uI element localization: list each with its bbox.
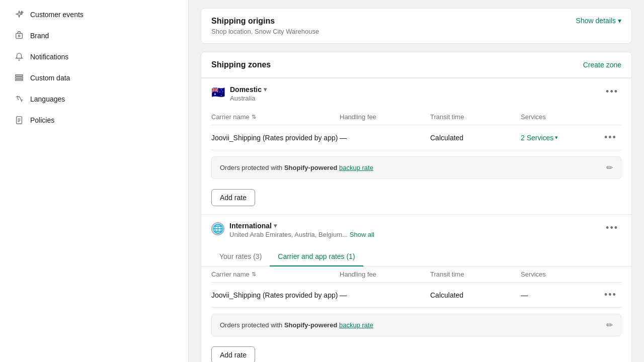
backup-edit-button[interactable]: ✏ xyxy=(606,163,613,172)
domestic-table-header: Carrier name ⇅ Handling fee Transit time… xyxy=(211,109,621,125)
services-header: Services xyxy=(521,270,601,278)
globe-icon: 🌐 xyxy=(211,222,224,235)
chevron-down-icon: ▾ xyxy=(618,17,621,25)
svg-point-1 xyxy=(18,35,20,37)
document-icon xyxy=(14,115,24,125)
domestic-zone-countries: Australia xyxy=(230,95,267,102)
transit-time-header: Transit time xyxy=(430,113,521,121)
services-cell: — xyxy=(521,291,601,299)
handling-fee-cell: — xyxy=(340,291,430,299)
sidebar-item-label: Languages xyxy=(30,95,65,103)
carrier-name-cell: Joovii_Shipping (Rates provided by app) xyxy=(211,134,340,142)
domestic-add-rate-button[interactable]: Add rate xyxy=(211,189,255,206)
svg-rect-2 xyxy=(16,75,23,76)
sidebar-item-label: Policies xyxy=(30,116,54,124)
show-all-link[interactable]: Show all xyxy=(350,231,374,238)
international-table-header: Carrier name ⇅ Handling fee Transit time… xyxy=(211,266,621,283)
sparkle-icon xyxy=(14,10,24,20)
svg-rect-3 xyxy=(16,77,23,78)
international-zone-info: International ▾ United Arab Emirates, Au… xyxy=(229,222,374,238)
backup-notice-text: Orders protected with Shopify-powered ba… xyxy=(220,164,373,171)
backup-edit-button[interactable]: ✏ xyxy=(606,320,613,330)
tab-your-rates[interactable]: Your rates (3) xyxy=(211,247,270,266)
international-zone-title-area: 🌐 International ▾ United Arab Emirates, … xyxy=(211,222,374,238)
international-zone-section: 🌐 International ▾ United Arab Emirates, … xyxy=(201,214,631,362)
carrier-name-cell: Joovii_Shipping (Rates provided by app) xyxy=(211,291,340,299)
australia-flag-icon: 🇦🇺 xyxy=(211,86,225,99)
international-zone-header: 🌐 International ▾ United Arab Emirates, … xyxy=(201,215,631,245)
carrier-name-header: Carrier name ⇅ xyxy=(211,113,340,121)
international-add-rate-button[interactable]: Add rate xyxy=(211,346,255,362)
origins-subtitle: Shop location, Snow City Warehouse xyxy=(211,28,319,35)
shipping-origins-card: Shipping origins Shop location, Snow Cit… xyxy=(201,8,632,44)
shopify-powered-text: Shopify-powered xyxy=(284,321,337,329)
row-menu-button[interactable]: ••• xyxy=(601,289,620,301)
shopify-powered-text: Shopify-powered xyxy=(284,164,337,171)
main-content: Shipping origins Shop location, Snow Cit… xyxy=(189,0,644,362)
languages-icon xyxy=(14,94,24,104)
services-cell: 2 Services ▾ xyxy=(521,134,601,142)
domestic-backup-notice: Orders protected with Shopify-powered ba… xyxy=(211,156,621,179)
sidebar-item-policies[interactable]: Policies xyxy=(4,110,184,130)
international-zone-name: International ▾ xyxy=(229,222,374,230)
sidebar-item-languages[interactable]: Languages xyxy=(4,89,184,109)
bell-icon xyxy=(14,52,24,62)
sort-icon[interactable]: ⇅ xyxy=(252,114,256,120)
show-details-button[interactable]: Show details ▾ xyxy=(576,17,621,25)
tab-carrier-app-rates[interactable]: Carrier and app rates (1) xyxy=(270,247,363,266)
table-row: Joovii_Shipping (Rates provided by app) … xyxy=(211,283,621,308)
origins-title-area: Shipping origins Shop location, Snow Cit… xyxy=(211,17,319,35)
transit-time-cell: Calculated xyxy=(430,134,521,142)
handling-fee-cell: — xyxy=(340,134,430,142)
shipping-zones-card: Shipping zones Create zone 🇦🇺 Domestic ▾… xyxy=(201,52,632,362)
handling-fee-header: Handling fee xyxy=(340,113,430,121)
domestic-zone-info: Domestic ▾ Australia xyxy=(230,85,267,102)
backup-notice-text: Orders protected with Shopify-powered ba… xyxy=(220,321,373,329)
domestic-zone-header: 🇦🇺 Domestic ▾ Australia ••• xyxy=(201,78,631,109)
sort-icon[interactable]: ⇅ xyxy=(252,271,256,278)
chevron-down-icon: ▾ xyxy=(274,222,277,229)
domestic-zone-menu-button[interactable]: ••• xyxy=(603,85,621,98)
chevron-down-icon: ▾ xyxy=(264,86,267,93)
svg-rect-0 xyxy=(16,34,23,39)
international-zone-menu-button[interactable]: ••• xyxy=(603,222,621,234)
zones-title: Shipping zones xyxy=(211,60,271,69)
services-link[interactable]: 2 Services ▾ xyxy=(521,134,601,142)
row-menu-button[interactable]: ••• xyxy=(601,131,620,144)
create-zone-button[interactable]: Create zone xyxy=(583,61,621,69)
transit-time-cell: Calculated xyxy=(430,291,521,299)
sidebar-item-label: Customer events xyxy=(30,11,84,19)
international-rates-table: Carrier name ⇅ Handling fee Transit time… xyxy=(201,266,631,308)
svg-rect-4 xyxy=(16,79,23,81)
transit-time-header: Transit time xyxy=(430,270,521,278)
sidebar-item-brand[interactable]: Brand xyxy=(4,26,184,46)
sidebar-item-label: Brand xyxy=(30,32,49,40)
create-zone-label: Create zone xyxy=(583,61,621,69)
carrier-name-header: Carrier name ⇅ xyxy=(211,270,340,278)
international-tabs-bar: Your rates (3) Carrier and app rates (1) xyxy=(201,247,631,266)
sidebar-item-label: Notifications xyxy=(30,53,68,61)
domestic-zone-section: 🇦🇺 Domestic ▾ Australia ••• Carrier name xyxy=(201,78,631,214)
domestic-zone-title-area: 🇦🇺 Domestic ▾ Australia xyxy=(211,85,267,102)
sidebar-item-notifications[interactable]: Notifications xyxy=(4,47,184,67)
origins-header: Shipping origins Shop location, Snow Cit… xyxy=(201,9,631,43)
database-icon xyxy=(14,73,24,83)
sidebar: Customer events Brand Notifications xyxy=(0,0,189,362)
domestic-zone-name: Domestic ▾ xyxy=(230,85,267,94)
sidebar-item-customer-events[interactable]: Customer events xyxy=(4,5,184,25)
sidebar-item-label: Custom data xyxy=(30,74,70,82)
handling-fee-header: Handling fee xyxy=(340,270,430,278)
chevron-down-icon: ▾ xyxy=(555,134,558,141)
backup-rate-link[interactable]: backup rate xyxy=(339,164,373,171)
table-row: Joovii_Shipping (Rates provided by app) … xyxy=(211,125,621,150)
brand-icon xyxy=(14,31,24,41)
services-header: Services xyxy=(521,113,601,121)
domestic-rates-table: Carrier name ⇅ Handling fee Transit time… xyxy=(201,109,631,150)
international-backup-notice: Orders protected with Shopify-powered ba… xyxy=(211,314,621,336)
origins-title: Shipping origins xyxy=(211,17,319,26)
show-details-label: Show details xyxy=(576,17,616,25)
sidebar-item-custom-data[interactable]: Custom data xyxy=(4,68,184,88)
international-zone-countries: United Arab Emirates, Austria, Belgium..… xyxy=(229,231,374,238)
zones-header: Shipping zones Create zone xyxy=(201,52,631,78)
backup-rate-link[interactable]: backup rate xyxy=(339,321,373,329)
